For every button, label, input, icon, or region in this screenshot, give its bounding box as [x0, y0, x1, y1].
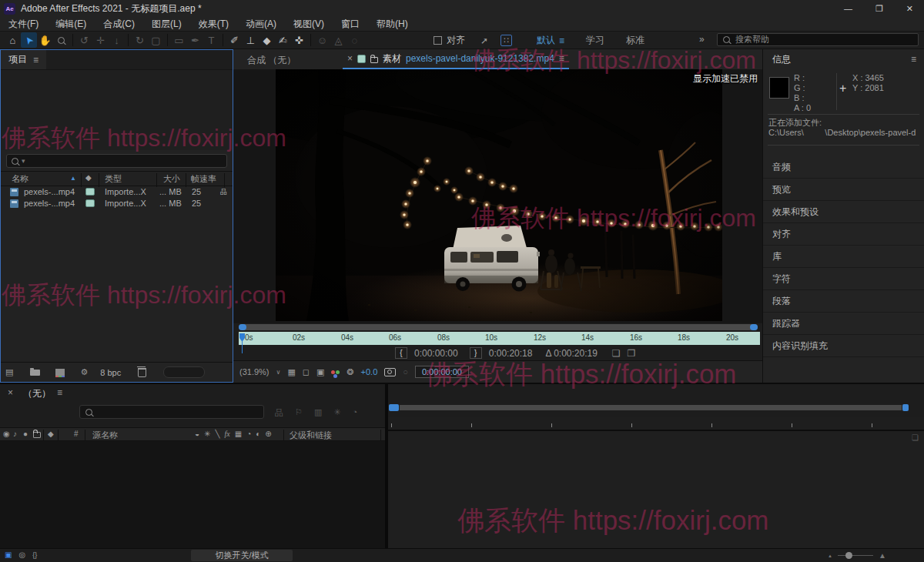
menu-composition[interactable]: 合成(C)	[95, 18, 143, 31]
column-divider[interactable]	[186, 173, 186, 187]
column-type[interactable]: 类型	[105, 173, 122, 185]
eraser-tool-icon[interactable]: ◆	[259, 32, 275, 48]
audio-icon[interactable]: ♪	[13, 430, 17, 438]
layer-number-column[interactable]: #	[74, 430, 79, 438]
transparency-grid-icon[interactable]: ▦	[287, 367, 295, 377]
label-color-chip[interactable]	[85, 199, 95, 207]
new-folder-icon[interactable]	[30, 370, 40, 376]
menu-edit[interactable]: 编辑(E)	[47, 18, 95, 31]
composition-tab[interactable]: 合成 （无）	[247, 54, 296, 67]
project-search-input[interactable]: ▾	[6, 154, 227, 168]
rectangle-tool-icon[interactable]: ▭	[171, 32, 187, 48]
overlay-edit-icon[interactable]: ❏	[612, 348, 621, 359]
composition-flowchart-icon[interactable]: 品	[275, 407, 283, 419]
track-area[interactable]: ❏	[388, 431, 924, 548]
column-divider[interactable]	[85, 430, 85, 442]
workspace-default[interactable]: 默认≡	[537, 34, 564, 47]
rotate-tool-icon[interactable]: ↻	[132, 32, 148, 48]
column-divider[interactable]	[99, 173, 99, 187]
ripple-insert-icon[interactable]: ❐	[628, 348, 636, 359]
scrollbar-left-handle[interactable]	[239, 324, 246, 330]
extract-person-tool-icon[interactable]: ☺	[314, 32, 330, 48]
source-name-column[interactable]: 源名称	[92, 430, 118, 441]
align-checkbox[interactable]	[434, 36, 442, 45]
puppet-pin-tool-icon[interactable]: ✜	[291, 32, 307, 48]
lock-icon[interactable]	[370, 57, 378, 63]
panel-menu-icon[interactable]: ≡	[33, 55, 38, 65]
label-column-icon[interactable]: ◆	[85, 173, 92, 182]
project-tab[interactable]: 项目≡	[1, 50, 46, 69]
panel-tab-tracker[interactable]: 跟踪器	[763, 313, 924, 335]
column-size[interactable]: 大小	[163, 173, 180, 185]
layer-list-empty-area[interactable]	[0, 441, 385, 548]
chevron-down-icon[interactable]: ∨	[276, 369, 281, 376]
sort-up-icon[interactable]: ▲	[70, 175, 76, 182]
clone-stamp-tool-icon[interactable]: ⊥	[243, 32, 259, 48]
timeline-search-input[interactable]	[79, 405, 264, 419]
effects-fx-icon[interactable]: fx	[224, 430, 229, 438]
footage-tab[interactable]: × 素材 pexels-pavel-danilyuk-9121382.mp4 ≡	[343, 49, 569, 69]
roto-brush-tool-icon[interactable]: ✍	[275, 32, 291, 48]
exposure-value[interactable]: +0.0	[361, 367, 378, 376]
scrollbar-track[interactable]	[239, 324, 758, 330]
panel-menu-icon[interactable]: ≡	[911, 54, 916, 65]
panel-tab-effects-presets[interactable]: 效果和预设	[763, 201, 924, 223]
channel-icon[interactable]	[331, 370, 335, 374]
new-composition-icon[interactable]	[55, 369, 65, 376]
delete-icon[interactable]	[138, 368, 146, 377]
interpret-footage-icon[interactable]: ▤	[5, 367, 13, 377]
menu-file[interactable]: 文件(F)	[0, 18, 47, 31]
selection-tool-icon[interactable]: ➤	[21, 32, 37, 48]
zoom-slider-track[interactable]	[838, 555, 873, 556]
scrollbar-track[interactable]	[400, 405, 902, 410]
zoom-out-icon[interactable]: ▲	[828, 554, 832, 558]
project-settings-icon[interactable]: ⚙	[80, 367, 88, 377]
mask-visibility-icon[interactable]: ∷	[500, 35, 512, 46]
workspace-standard[interactable]: 标准	[626, 34, 644, 47]
column-name[interactable]: 名称	[12, 173, 28, 185]
snapping-icon[interactable]: ➚	[480, 35, 488, 46]
frame-blend-toggle-icon[interactable]: ▣	[5, 550, 12, 559]
out-time[interactable]: 0:00:20:18	[489, 348, 533, 359]
info-panel-title[interactable]: 信息	[772, 53, 791, 66]
project-row[interactable]: pexels-...mp4 Importe...X ... MB 25	[1, 198, 233, 209]
column-divider[interactable]	[81, 173, 82, 187]
label-color-chip[interactable]	[85, 188, 95, 196]
label-column-icon[interactable]: ◆	[48, 430, 54, 438]
toggle-switches-modes-button[interactable]: 切换开关/模式	[191, 550, 293, 561]
tab-close-icon[interactable]: ×	[347, 53, 353, 64]
workspace-learn[interactable]: 学习	[586, 34, 604, 47]
panel-tab-align[interactable]: 对齐	[763, 223, 924, 246]
dolly-camera-tool-icon[interactable]: ↓	[109, 32, 125, 48]
project-row[interactable]: pexels-...mp4 Importe...X ... MB 25 品	[1, 186, 233, 198]
hide-shy-layers-icon[interactable]: ▥	[314, 407, 322, 419]
parent-link-column[interactable]: 父级和链接	[290, 430, 332, 441]
timeline-time-ruler[interactable]	[388, 417, 924, 431]
timeline-tab-label[interactable]: （无）	[23, 387, 51, 400]
panel-tab-character[interactable]: 字符	[763, 268, 924, 290]
column-divider[interactable]	[156, 173, 157, 187]
timeline-horizontal-scrollbar[interactable]	[389, 404, 909, 411]
column-divider[interactable]	[43, 430, 44, 442]
mask-toggle-icon[interactable]: ◻	[303, 367, 310, 377]
panel-tab-content-aware-fill[interactable]: 内容识别填充	[763, 335, 924, 357]
close-icon[interactable]: ✕	[906, 4, 913, 14]
zoom-level[interactable]: (31.9%)	[239, 367, 270, 376]
panel-tab-audio[interactable]: 音频	[763, 156, 924, 179]
panel-tab-preview[interactable]: 预览	[763, 179, 924, 201]
video-visibility-icon[interactable]: ◉	[3, 430, 10, 438]
show-snapshot-icon[interactable]: ○	[403, 367, 408, 376]
pan-camera-tool-icon[interactable]: ✛	[92, 32, 109, 48]
orbit-camera-tool-icon[interactable]: ↺	[76, 32, 92, 48]
column-divider[interactable]	[283, 430, 284, 442]
column-divider[interactable]	[224, 173, 225, 187]
menu-help[interactable]: 帮助(H)	[368, 18, 417, 31]
snapshot-icon[interactable]	[384, 368, 396, 376]
tab-close-icon[interactable]: ×	[8, 387, 13, 398]
help-search-input[interactable]: 搜索帮助	[717, 33, 919, 46]
graph-editor-icon[interactable]: ◎	[18, 550, 25, 559]
exposure-icon[interactable]: ❂	[346, 367, 353, 377]
region-of-interest-icon[interactable]: ▣	[316, 367, 324, 377]
expressions-icon[interactable]: {}	[32, 551, 37, 559]
draft-3d-icon[interactable]: ⚐	[295, 407, 303, 419]
